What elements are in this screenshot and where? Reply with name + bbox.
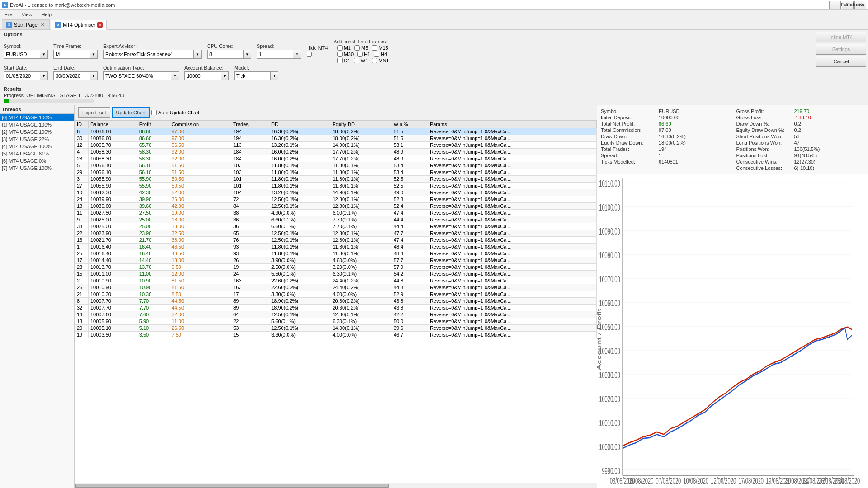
table-row[interactable]: 2810058.3058.3092.0018416.00(0.2%)17.70(…: [75, 155, 597, 162]
timeframe-input[interactable]: [53, 50, 90, 59]
enddate-input[interactable]: [53, 71, 90, 80]
table-row[interactable]: 910025.0025.0018.00366.60(0.1%)7.70(0.1%…: [75, 216, 597, 223]
table-row[interactable]: 210010.9010.9081.5016322.60(0.2%)24.40(0…: [75, 277, 597, 284]
table-row[interactable]: 1610021.7021.7038.007612.50(0.1%)12.80(0…: [75, 237, 597, 244]
cpu-arrow[interactable]: ▼: [243, 50, 251, 59]
enddate-combo[interactable]: ▼: [53, 71, 98, 80]
tab-start-close[interactable]: ✕: [39, 22, 46, 28]
opttype-input[interactable]: [103, 71, 171, 80]
model-input[interactable]: [234, 71, 270, 80]
table-row[interactable]: 1410007.607.6032.006412.50(0.1%)12.80(0.…: [75, 311, 597, 318]
table-row[interactable]: 2610010.9010.9081.5016322.60(0.2%)24.40(…: [75, 284, 597, 291]
tf-mn1-checkbox[interactable]: [372, 58, 377, 63]
opttype-arrow[interactable]: ▼: [171, 71, 179, 80]
tab-mt4-optimiser[interactable]: M MT4 Optimiser ✕: [51, 20, 107, 30]
table-row[interactable]: 3310025.0025.0018.00366.60(0.1%)7.70(0.1…: [75, 223, 597, 230]
table-row[interactable]: 110016.4016.4046.509311.80(0.1%)11.80(0.…: [75, 244, 597, 250]
model-combo[interactable]: ▼: [234, 71, 278, 80]
table-area[interactable]: ID Balance Profit Commission Trades DD E…: [75, 120, 597, 483]
symbol-combo[interactable]: ▼: [4, 50, 48, 59]
balance-arrow[interactable]: ▼: [221, 71, 229, 80]
timeframe-arrow[interactable]: ▼: [90, 50, 98, 59]
thread-item-0[interactable]: [0] MT4 USAGE 100%: [0, 114, 74, 121]
table-row[interactable]: 2410039.9039.9036.007212.50(0.1%)12.80(0…: [75, 196, 597, 203]
tab-mt4-close[interactable]: ✕: [97, 22, 103, 28]
model-arrow[interactable]: ▼: [270, 71, 278, 80]
tf-h4-checkbox[interactable]: [374, 52, 379, 57]
table-row[interactable]: 1510011.0011.0012.00245.50(0.1%)6.30(0.1…: [75, 271, 597, 277]
cpu-input[interactable]: [207, 50, 243, 59]
table-row[interactable]: 310055.9055.9050.5010111.80(0.1%)11.80(0…: [75, 176, 597, 183]
enddate-arrow[interactable]: ▼: [90, 71, 98, 80]
tf-m30-checkbox[interactable]: [337, 52, 343, 57]
table-row[interactable]: 1210065.7065.7056.5011313.20(0.1%)14.90(…: [75, 142, 597, 149]
tab-start-page[interactable]: S Start Page ✕: [2, 19, 50, 29]
cell-id: 2: [75, 277, 89, 284]
spread-combo[interactable]: ▼: [257, 50, 301, 59]
auto-update-checkbox[interactable]: [151, 110, 157, 115]
cell-trades: 163: [231, 277, 269, 284]
opttype-combo[interactable]: ▼: [103, 71, 179, 80]
thread-item-5[interactable]: [5] MT4 USAGE 81%: [0, 150, 74, 157]
hidemT4-checkbox[interactable]: [307, 52, 312, 57]
table-row[interactable]: 2010005.105.1026.505312.50(0.1%)14.00(0.…: [75, 325, 597, 332]
menu-file[interactable]: File: [2, 11, 15, 18]
cpu-combo[interactable]: ▼: [207, 50, 251, 59]
symbol-input[interactable]: [4, 50, 40, 59]
table-row[interactable]: 1010042.3042.3052.0010413.20(0.1%)14.90(…: [75, 189, 597, 196]
tf-d1-checkbox[interactable]: [337, 58, 343, 63]
auto-update-label: Auto Update Chart: [158, 110, 199, 115]
menu-help[interactable]: Help: [38, 11, 54, 18]
cell-dd: 11.80(0.1%): [269, 250, 330, 257]
table-row[interactable]: 3210007.707.7044.508918.90(0.2%)20.60(0.…: [75, 305, 597, 311]
tf-m15-checkbox[interactable]: [372, 45, 377, 51]
table-row[interactable]: 610086.6086.6097.0019416.30(0.2%)18.00(0…: [75, 128, 597, 135]
balance-combo[interactable]: ▼: [184, 71, 229, 80]
table-row[interactable]: 1810039.6039.6042.008412.50(0.1%)12.80(0…: [75, 203, 597, 210]
spread-arrow[interactable]: ▼: [293, 50, 301, 59]
table-row[interactable]: 1310005.905.9011.00225.60(0.1%)6.30(0.1%…: [75, 318, 597, 325]
table-row[interactable]: 2310013.7013.709.50192.50(0.0%)3.20(0.0%…: [75, 264, 597, 271]
ea-input[interactable]: [103, 50, 193, 59]
thread-item-4[interactable]: [4] MT4 USAGE 100%: [0, 143, 74, 150]
cell-profit: 39.60: [137, 203, 170, 210]
tf-m5-checkbox[interactable]: [354, 45, 360, 51]
thread-item-1[interactable]: [1] MT4 USAGE 100%: [0, 121, 74, 128]
thread-item-2[interactable]: [2] MT4 USAGE 100%: [0, 128, 74, 136]
ea-combo[interactable]: ▼: [103, 50, 202, 59]
startdate-combo[interactable]: ▼: [4, 71, 48, 80]
table-row[interactable]: 2910056.1056.1051.5010311.80(0.1%)11.80(…: [75, 169, 597, 176]
table-row[interactable]: 510056.1056.1051.5010311.80(0.1%)11.80(0…: [75, 162, 597, 169]
table-row[interactable]: 2510016.4016.4046.509311.80(0.1%)11.80(0…: [75, 250, 597, 257]
ea-arrow[interactable]: ▼: [193, 50, 202, 59]
cell-dd: 6.60(0.1%): [269, 216, 330, 223]
table-row[interactable]: 1910003.503.507.50153.30(0.0%)4.00(0.0%)…: [75, 332, 597, 338]
balance-input[interactable]: [184, 71, 221, 80]
table-row[interactable]: 2710055.9055.9050.5010111.80(0.1%)11.80(…: [75, 183, 597, 189]
startdate-input[interactable]: [4, 71, 40, 80]
timeframe-combo[interactable]: ▼: [53, 50, 98, 59]
tf-w1-checkbox[interactable]: [354, 58, 359, 63]
table-row[interactable]: 3010086.6086.6097.0019416.30(0.2%)18.00(…: [75, 135, 597, 142]
table-row[interactable]: 2110010.3010.308.50173.30(0.0%)4.00(0.0%…: [75, 291, 597, 298]
thread-item-3[interactable]: [3] MT4 USAGE 22%: [0, 136, 74, 143]
thread-item-6[interactable]: [6] MT4 USAGE 0%: [0, 157, 74, 164]
stat-poswon: Positions Won: 100(51.5%): [736, 146, 865, 152]
menu-view[interactable]: View: [19, 11, 35, 18]
spread-input[interactable]: [257, 50, 293, 59]
tf-m1-checkbox[interactable]: [337, 45, 343, 51]
cell-profit: 3.50: [137, 332, 170, 338]
tf-h1-checkbox[interactable]: [357, 52, 363, 57]
table-row[interactable]: 1710014.4014.4013.00263.90(0.0%)4.60(0.0…: [75, 257, 597, 264]
table-row[interactable]: 810007.707.7044.508918.90(0.2%)20.60(0.2…: [75, 298, 597, 305]
symbol-arrow[interactable]: ▼: [40, 50, 48, 59]
table-row[interactable]: 2210023.9023.9032.506512.50(0.1%)12.80(0…: [75, 230, 597, 237]
update-chart-button[interactable]: Update Chart: [112, 107, 150, 118]
table-row[interactable]: 410058.3058.3092.0018416.00(0.2%)17.70(0…: [75, 149, 597, 155]
startdate-arrow[interactable]: ▼: [40, 71, 48, 80]
col-win: Win %: [392, 121, 428, 128]
export-button[interactable]: Export .set: [78, 107, 110, 118]
thread-item-7[interactable]: [7] MT4 USAGE 100%: [0, 164, 74, 172]
horizontal-scrollbar[interactable]: [75, 483, 597, 488]
table-row[interactable]: 1110027.5027.5019.00384.90(0.0%)6.00(0.1…: [75, 210, 597, 216]
